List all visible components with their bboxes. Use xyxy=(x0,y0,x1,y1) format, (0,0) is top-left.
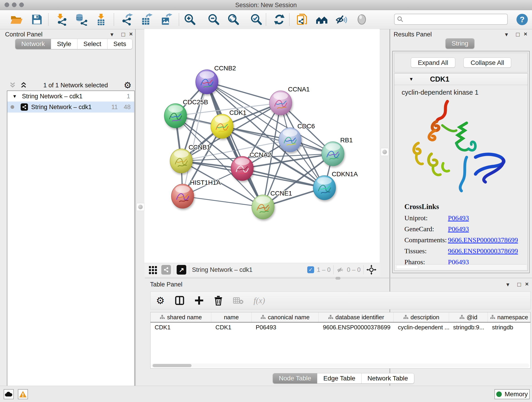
network-node-CCNA1[interactable]: CCNA1 xyxy=(269,86,310,115)
panel-close-icon[interactable]: × xyxy=(524,31,527,37)
export-table-button[interactable] xyxy=(139,12,153,27)
table-horizontal-scrollbar[interactable] xyxy=(151,364,529,368)
search-input[interactable] xyxy=(404,16,505,23)
export-network-button[interactable] xyxy=(120,12,134,27)
column-header-database-identifier[interactable]: database identifier xyxy=(319,313,394,322)
panel-menu-icon[interactable]: ▾ xyxy=(505,31,508,38)
zoom-selected-button[interactable] xyxy=(249,12,264,27)
crosslink-genecard-link[interactable]: P06493 xyxy=(448,225,469,233)
search-box[interactable] xyxy=(394,14,508,25)
export-image-button[interactable] xyxy=(159,12,173,27)
database-icon xyxy=(75,13,88,26)
tab-network[interactable]: Network xyxy=(15,39,51,49)
network-node-HIST1H1A[interactable]: HIST1H1A xyxy=(171,179,221,208)
table-cell[interactable]: stringdb:9... xyxy=(449,322,488,332)
node-label-CCNA2: CCNA2 xyxy=(249,151,271,158)
panel-close-icon[interactable]: × xyxy=(525,281,529,287)
help-button[interactable]: ? xyxy=(515,12,529,27)
network-row[interactable]: String Network – cdk1 11 48 xyxy=(7,102,134,113)
zoom-in-button[interactable] xyxy=(183,12,197,27)
birds-eye-view-icon[interactable]: ↗ xyxy=(177,265,186,274)
network-canvas[interactable]: CCNB2CCNA1CDC25BCDK1CDC6RB1CCNB1CCNA2CDK… xyxy=(144,29,380,263)
scrollbar-thumb[interactable] xyxy=(152,364,191,367)
crosslink-tissues-link[interactable]: 9606.ENSP00000378699 xyxy=(448,247,518,255)
network-from-document-button[interactable] xyxy=(296,12,310,27)
column-header-name[interactable]: name xyxy=(211,313,252,322)
collapse-all-chevrons-icon[interactable] xyxy=(20,82,27,89)
network-edge[interactable] xyxy=(207,82,263,207)
toolbar-separator xyxy=(48,13,49,26)
collection-expander-icon[interactable]: ▼ xyxy=(12,94,17,99)
table-cell[interactable]: cyclin-dependent ... xyxy=(394,322,449,332)
table-cell[interactable]: CDK1 xyxy=(211,322,252,332)
panel-menu-icon[interactable]: ▾ xyxy=(110,31,114,38)
add-column-icon[interactable] xyxy=(195,296,204,305)
expand-all-chevrons-icon[interactable] xyxy=(9,82,17,89)
import-table-button[interactable] xyxy=(94,12,108,27)
network-node-CDKN1A[interactable]: CDKN1A xyxy=(313,171,358,200)
crosslink-uniprot-link[interactable]: P06493 xyxy=(448,214,469,222)
import-network-from-database-button[interactable] xyxy=(74,12,89,27)
network-node-RB1[interactable]: RB1 xyxy=(322,137,353,166)
column-header-shared-name[interactable]: shared name xyxy=(151,313,211,322)
tab-select[interactable]: Select xyxy=(77,39,108,49)
tab-node-table[interactable]: Node Table xyxy=(273,373,317,383)
tab-network-table[interactable]: Network Table xyxy=(361,373,414,383)
table-settings-gear-icon[interactable]: ⚙ xyxy=(156,295,165,306)
zoom-out-button[interactable] xyxy=(207,12,221,27)
table-cell[interactable]: P06493 xyxy=(252,322,319,332)
string-view-icon[interactable] xyxy=(161,265,171,274)
selected-checkbox-icon[interactable]: ✓ xyxy=(307,266,314,273)
open-session-button[interactable] xyxy=(9,12,23,27)
network-collection-row[interactable]: ▼ String Network – cdk1 1 xyxy=(7,91,134,102)
tab-sets[interactable]: Sets xyxy=(108,39,132,49)
panel-float-icon[interactable]: □ xyxy=(517,281,521,288)
results-horizontal-scrollbar[interactable] xyxy=(395,264,527,270)
delete-column-icon[interactable] xyxy=(214,295,223,306)
show-columns-icon[interactable] xyxy=(175,296,184,305)
table-row[interactable]: CDK1CDK1P064939606.ENSP00000378699cyclin… xyxy=(151,322,530,332)
toolbar-separator xyxy=(333,265,334,274)
results-panel-title: Results Panel xyxy=(394,31,432,38)
home-networks-button[interactable] xyxy=(315,12,329,27)
table-cell[interactable]: stringdb xyxy=(488,322,530,332)
memory-button[interactable]: Memory xyxy=(494,389,530,399)
network-node-CDK1[interactable]: CDK1 xyxy=(211,109,247,138)
scrollbar-thumb[interactable] xyxy=(396,265,418,269)
collapse-all-button[interactable]: Collapse All xyxy=(463,57,511,68)
tab-string[interactable]: String xyxy=(446,38,474,49)
cloud-status-button[interactable] xyxy=(4,389,14,399)
left-splitter-handle[interactable] xyxy=(137,203,144,211)
table-cell[interactable]: CDK1 xyxy=(151,322,211,332)
warnings-button[interactable] xyxy=(18,389,28,399)
panel-close-icon[interactable]: × xyxy=(129,31,133,37)
column-header-canonical-name[interactable]: canonical name xyxy=(252,313,319,322)
column-header--id[interactable]: @id xyxy=(449,313,488,322)
apply-layout-button[interactable] xyxy=(272,12,286,27)
panel-float-icon[interactable]: □ xyxy=(121,31,125,38)
gear-icon[interactable]: ⚙ xyxy=(124,80,132,90)
tab-style[interactable]: Style xyxy=(51,39,77,49)
zoom-out-icon xyxy=(208,13,220,26)
crosslink-compartments-link[interactable]: 9606.ENSP00000378699 xyxy=(448,236,518,244)
show-graphics-details-button[interactable] xyxy=(355,12,369,27)
accordion-expander-icon[interactable]: ▼ xyxy=(409,77,413,82)
panel-float-icon[interactable]: □ xyxy=(516,31,520,38)
pan-crosshair-icon[interactable] xyxy=(366,265,376,275)
export-image-icon xyxy=(160,13,172,26)
panel-menu-icon[interactable]: ▾ xyxy=(506,281,509,288)
zoom-fit-button[interactable] xyxy=(226,12,241,27)
right-splitter-handle[interactable] xyxy=(381,148,389,156)
tab-edge-table[interactable]: Edge Table xyxy=(317,373,361,383)
expand-all-button[interactable]: Expand All xyxy=(411,57,455,68)
column-header-description[interactable]: description xyxy=(394,313,449,322)
network-edge[interactable] xyxy=(183,196,263,207)
table-cell[interactable]: 9606.ENSP00000378699 xyxy=(319,322,394,332)
hide-unhide-button[interactable] xyxy=(335,12,349,27)
gene-accordion-header[interactable]: ▼ CDK1 xyxy=(394,74,528,85)
column-header-namespace[interactable]: namespace xyxy=(488,313,530,322)
save-session-button[interactable] xyxy=(30,12,44,27)
network-edge[interactable] xyxy=(242,168,324,188)
import-network-button[interactable] xyxy=(55,12,69,27)
grid-mode-icon[interactable] xyxy=(148,265,158,274)
